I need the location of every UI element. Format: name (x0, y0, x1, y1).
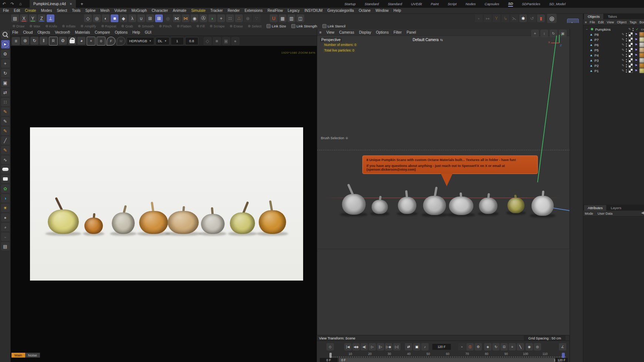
link-stencil[interactable]: Link Stencil (322, 24, 346, 28)
object-label[interactable]: P2 (594, 64, 620, 68)
keyframe-settings-icon[interactable]: ⚙ (474, 343, 482, 351)
object-row-p1[interactable]: ▲ P1 ✎ ⚑ (583, 68, 644, 73)
sculpt-tool-knife[interactable]: Knife (46, 24, 57, 28)
joint-split-icon[interactable]: Y (493, 14, 500, 22)
octane-logo-icon[interactable]: U (270, 14, 278, 22)
sculpt-tool-erase[interactable]: Erase (230, 24, 243, 28)
preview-range-icon[interactable]: ▣ (413, 343, 420, 351)
capsule-tool-icon[interactable] (1, 165, 10, 174)
camera-shape-icon[interactable]: ▣ (222, 37, 230, 45)
magnet-snap-icon[interactable]: ∪ (137, 14, 145, 22)
collapse-arrow-icon[interactable]: ◀ (641, 211, 644, 215)
phong-tag-icon[interactable]: ⚑ (634, 38, 638, 41)
material-thumbnail[interactable] (639, 58, 644, 63)
object-label[interactable]: P1 (594, 69, 620, 73)
spline-smooth-icon[interactable]: ✎ (1, 127, 10, 135)
menu-modes[interactable]: Modes (41, 9, 52, 13)
phong-tag-icon[interactable]: ⚑ (634, 69, 638, 73)
edit-icon[interactable]: ✎ (628, 27, 631, 31)
sculpt-tool-wax[interactable]: Wax (30, 24, 40, 28)
layout-button-sd_model[interactable]: SD_Model (549, 2, 566, 6)
menu-extensions[interactable]: Extensions (245, 9, 263, 13)
edit-icon[interactable]: ✎ (621, 64, 624, 67)
visibility-dots-icon[interactable] (632, 27, 634, 31)
layout-button-standard[interactable]: Standard (365, 2, 379, 6)
forward-icon[interactable]: ↷ (8, 1, 16, 6)
menu-file[interactable]: File (3, 9, 9, 13)
octane-menu-vectron[interactable]: Vectron® (55, 30, 70, 34)
back-icon[interactable]: ↶ (0, 1, 8, 6)
samples-field[interactable]: 1 (171, 37, 184, 45)
live-viewer-icon[interactable]: ▦ (279, 14, 286, 22)
camera-link[interactable]: Default Camera ⇆ (413, 38, 443, 42)
object-label[interactable]: P6 (594, 43, 620, 47)
viewport-menu-display[interactable]: Display (359, 30, 371, 34)
menu-help[interactable]: Help (393, 9, 401, 13)
layout-button-startup[interactable]: Startup (344, 2, 356, 6)
emitter-icon[interactable]: ⊕ (244, 14, 252, 22)
render-settings-icon[interactable]: ◫ (296, 14, 304, 22)
phong-tag-icon[interactable]: ⚑ (634, 64, 638, 67)
object-row-p6[interactable]: ▲ P6 ✎ ⚑ (583, 42, 644, 47)
notes-icon[interactable]: ▤ (1, 242, 10, 251)
scatter-icon[interactable]: ∵ (253, 14, 261, 22)
sculpt-tool-flatten[interactable]: Flatten (177, 24, 191, 28)
hdri-light-icon[interactable]: ☀ (1, 204, 10, 212)
render-mode-select[interactable]: DL ▼ (155, 37, 170, 45)
menu-tools[interactable]: Tools (72, 9, 80, 13)
edit-icon[interactable]: ✎ (621, 33, 624, 36)
object-row-p4[interactable]: ▲ P4 ✎ ⚑ (583, 53, 644, 58)
layout-button-sd[interactable]: SD (508, 1, 513, 7)
material-thumbnail[interactable] (639, 68, 644, 73)
object-label[interactable]: P4 (594, 53, 620, 57)
model-mode-icon[interactable]: ◎ (93, 14, 101, 22)
menu-spline[interactable]: Spline (85, 9, 96, 13)
spline-pen-icon[interactable]: ✎ (1, 107, 10, 116)
hex-camera-icon[interactable]: ◉ (191, 14, 198, 22)
layout-button-standard[interactable]: Standard (388, 2, 402, 6)
texture-mode-icon[interactable]: ◐ (102, 14, 110, 22)
edit-icon[interactable]: ✎ (621, 69, 624, 73)
pumpkin[interactable] (342, 194, 366, 215)
link-checkbox-icon[interactable] (266, 24, 271, 28)
menu-window[interactable]: Window (375, 9, 389, 13)
menu-select[interactable]: Select (57, 9, 67, 13)
colorspace-select[interactable]: HDR/sRGB ▼ (127, 37, 154, 45)
visibility-dots-icon[interactable] (625, 38, 627, 42)
spray-can-icon[interactable]: ▮ (537, 14, 545, 22)
om-menu-book[interactable]: Book (640, 20, 644, 24)
link-strength[interactable]: Link Strength (291, 24, 317, 28)
enabled-check-icon[interactable]: ✓ (635, 27, 639, 31)
display-tag-icon[interactable] (628, 48, 633, 52)
goto-start-button[interactable]: |◀ (344, 343, 352, 351)
material-thumbnail[interactable] (639, 53, 644, 58)
display-tag-icon[interactable] (628, 58, 633, 63)
octane-hamburger-icon[interactable]: ≡ (12, 37, 20, 45)
octane-menu-objects[interactable]: Objects (37, 30, 50, 34)
object-row-p5[interactable]: ▲ P5 ✎ ⚑ (583, 47, 644, 53)
display-tag-icon[interactable] (628, 37, 633, 42)
z-axis-lock-button[interactable]: Z (38, 14, 46, 22)
greyscalegorilla-icon[interactable]: ✿ (1, 184, 10, 193)
reset-render-icon[interactable]: R (49, 37, 58, 46)
zoom-view-icon[interactable]: ↕ (540, 30, 548, 37)
preview-range-bar[interactable]: 0 F 120 F (339, 358, 564, 362)
octane-render-canvas[interactable]: 1920*1080 ZOOM:64% MainNoise (11, 46, 317, 362)
user-data-menu[interactable]: User Data (598, 212, 613, 215)
object-row-p2[interactable]: ▲ P2 ✎ ⚑ (583, 63, 644, 68)
phong-tag-icon[interactable]: ⚑ (634, 43, 638, 47)
key-rotation-icon[interactable]: ↻ (492, 343, 500, 351)
make-editable-icon[interactable]: ◇ (84, 14, 92, 22)
points-mode-icon[interactable]: ◆ (120, 14, 127, 22)
particle-group-icon[interactable]: ∴ (235, 14, 243, 22)
render-tab-main[interactable]: Main (11, 353, 25, 358)
display-tag-icon[interactable] (628, 63, 633, 68)
tab-attributes[interactable]: Attributes (584, 205, 606, 211)
snap-arrow-icon[interactable]: ↦ (484, 14, 492, 22)
menu-realflow[interactable]: RealFlow (268, 9, 283, 13)
close-tab-icon[interactable]: ✕ (70, 2, 73, 6)
menu-volume[interactable]: Volume (114, 9, 127, 13)
new-tab-icon[interactable]: + (80, 1, 83, 7)
grid-snap-icon[interactable]: ⊞ (155, 14, 163, 22)
menu-octane[interactable]: Octane (359, 9, 370, 13)
